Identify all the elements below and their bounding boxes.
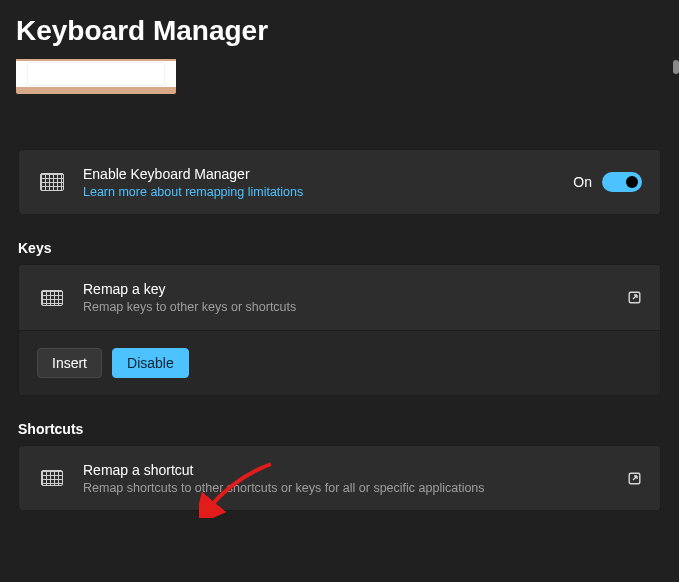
enable-toggle[interactable] [602,172,642,192]
enable-title: Enable Keyboard Manager [83,166,557,182]
remap-key-title: Remap a key [83,281,611,297]
learn-more-link[interactable]: Learn more about remapping limitations [83,185,557,199]
open-external-icon[interactable] [627,290,642,305]
remap-shortcut-title: Remap a shortcut [83,462,611,478]
remap-key-subtitle: Remap keys to other keys or shortcuts [83,300,611,314]
keys-section-label: Keys [18,240,661,256]
preview-thumbnail [16,59,176,94]
shortcuts-section-label: Shortcuts [18,421,661,437]
keyboard-icon [37,470,67,486]
scrollbar-thumb[interactable] [673,60,679,74]
keyboard-icon [37,173,67,191]
key-mapping-row: Insert Disable [18,330,661,396]
keyboard-icon [37,290,67,306]
remap-shortcut-subtitle: Remap shortcuts to other shortcuts or ke… [83,481,611,495]
mapping-from-key[interactable]: Insert [37,348,102,378]
enable-card: Enable Keyboard Manager Learn more about… [18,149,661,215]
page-title: Keyboard Manager [0,0,679,59]
remap-key-card[interactable]: Remap a key Remap keys to other keys or … [18,264,661,330]
open-external-icon[interactable] [627,471,642,486]
toggle-state-label: On [573,174,592,190]
mapping-to-key[interactable]: Disable [112,348,189,378]
remap-shortcut-card[interactable]: Remap a shortcut Remap shortcuts to othe… [18,445,661,511]
